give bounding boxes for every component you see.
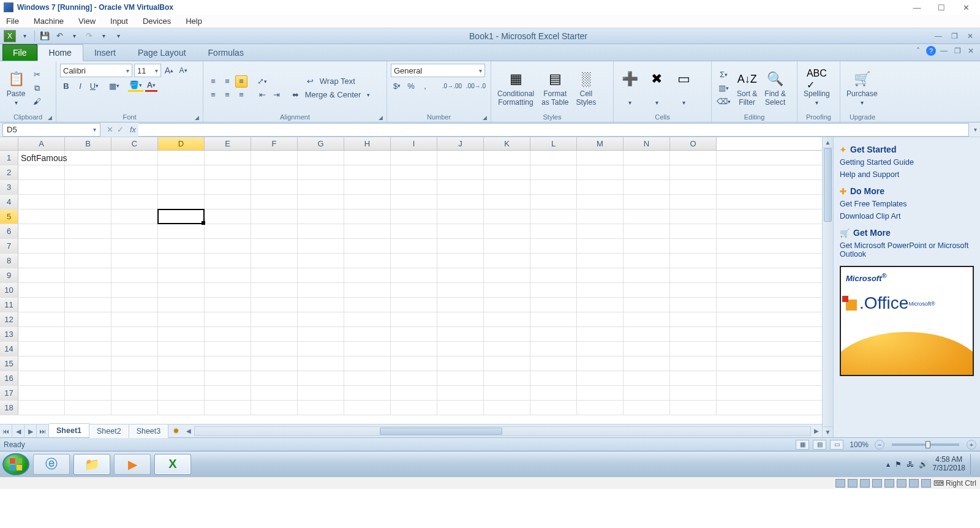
insert-cells-button[interactable]: ➕▾: [617, 68, 642, 107]
cell-N5[interactable]: [624, 209, 670, 224]
column-header-O[interactable]: O: [670, 137, 717, 150]
cell-N6[interactable]: [624, 224, 670, 238]
cell-D13[interactable]: [158, 327, 205, 341]
undo-icon[interactable]: ↶: [53, 30, 66, 42]
cell-M3[interactable]: [577, 180, 624, 194]
cell-J2[interactable]: [437, 165, 484, 179]
format-as-table-button[interactable]: ▤Format as Table: [539, 68, 571, 107]
cell-A7[interactable]: [18, 239, 65, 253]
autosum-icon[interactable]: Σ▾: [715, 69, 732, 81]
cell-I14[interactable]: [391, 342, 437, 356]
cell-G6[interactable]: [298, 224, 344, 238]
align-bottom-icon[interactable]: ≡: [235, 75, 247, 88]
column-header-K[interactable]: K: [484, 137, 530, 150]
cell-C6[interactable]: [111, 224, 158, 238]
doc-minimize-icon[interactable]: —: [938, 45, 949, 56]
align-center-icon[interactable]: ≡: [221, 89, 233, 101]
qat-customize-icon[interactable]: ▾: [112, 30, 124, 42]
cell-H18[interactable]: [344, 401, 391, 415]
doc-restore-icon[interactable]: ❐: [952, 45, 963, 56]
cell-G4[interactable]: [298, 195, 344, 209]
cell-J6[interactable]: [437, 224, 484, 238]
cell-A9[interactable]: [18, 268, 65, 282]
cell-M1[interactable]: [577, 151, 624, 165]
cell-C5[interactable]: [111, 209, 158, 224]
cell-H2[interactable]: [344, 165, 391, 179]
cell-C11[interactable]: [111, 298, 158, 312]
cell-O17[interactable]: [670, 386, 717, 400]
cell-F2[interactable]: [251, 165, 298, 179]
cell-G9[interactable]: [298, 268, 344, 282]
cell-L5[interactable]: [530, 209, 577, 224]
cell-L2[interactable]: [530, 165, 577, 179]
cell-H7[interactable]: [344, 239, 391, 253]
row-header-6[interactable]: 6: [0, 224, 18, 238]
paste-button[interactable]: 📋 Paste▾: [4, 68, 28, 107]
cell-D8[interactable]: [158, 254, 205, 268]
tab-file[interactable]: File: [2, 44, 37, 61]
cell-C13[interactable]: [111, 327, 158, 341]
cell-F9[interactable]: [251, 268, 298, 282]
cell-I13[interactable]: [391, 327, 437, 341]
cell-A14[interactable]: [18, 342, 65, 356]
increase-decimal-icon[interactable]: .0→.00: [441, 80, 463, 92]
cell-H10[interactable]: [344, 283, 391, 297]
cell-F16[interactable]: [251, 371, 298, 385]
cell-H9[interactable]: [344, 268, 391, 282]
conditional-formatting-button[interactable]: ▦Conditional Formatting: [495, 68, 537, 107]
row-header-11[interactable]: 11: [0, 298, 18, 312]
sort-filter-button[interactable]: A↓ZSort & Filter: [734, 68, 760, 107]
format-cells-button[interactable]: ▭▾: [671, 68, 696, 107]
fill-color-button[interactable]: 🪣▾: [128, 80, 143, 92]
cell-B1[interactable]: [65, 151, 111, 165]
horizontal-scrollbar[interactable]: [194, 426, 811, 436]
cell-B10[interactable]: [65, 283, 111, 297]
cell-H17[interactable]: [344, 386, 391, 400]
cell-J8[interactable]: [437, 254, 484, 268]
font-name-combo[interactable]: Calibri▾: [60, 64, 132, 77]
cell-A17[interactable]: [18, 386, 65, 400]
cell-O1[interactable]: [670, 151, 717, 165]
cell-I3[interactable]: [391, 180, 437, 194]
cell-L10[interactable]: [530, 283, 577, 297]
row-header-13[interactable]: 13: [0, 327, 18, 341]
cell-N2[interactable]: [624, 165, 670, 179]
cell-M7[interactable]: [577, 239, 624, 253]
vb-menu-input[interactable]: Input: [108, 15, 130, 27]
sheet-tab-1[interactable]: Sheet1: [49, 423, 89, 437]
italic-button[interactable]: I: [74, 80, 86, 92]
column-header-L[interactable]: L: [530, 137, 577, 150]
enter-formula-icon[interactable]: ✓: [117, 125, 124, 134]
cell-D3[interactable]: [158, 180, 205, 194]
cell-E4[interactable]: [205, 195, 251, 209]
cell-G8[interactable]: [298, 254, 344, 268]
cell-G3[interactable]: [298, 180, 344, 194]
cell-O2[interactable]: [670, 165, 717, 179]
copy-icon[interactable]: ⧉: [31, 82, 43, 94]
cell-G1[interactable]: [298, 151, 344, 165]
row-header-16[interactable]: 16: [0, 371, 18, 385]
cell-K15[interactable]: [484, 356, 530, 371]
cell-F10[interactable]: [251, 283, 298, 297]
format-painter-icon[interactable]: 🖌: [31, 96, 43, 108]
zoom-slider[interactable]: [892, 443, 959, 446]
tab-home[interactable]: Home: [37, 44, 83, 61]
tray-volume-icon[interactable]: 🔊: [919, 460, 928, 469]
cell-L13[interactable]: [530, 327, 577, 341]
cell-L3[interactable]: [530, 180, 577, 194]
cell-J11[interactable]: [437, 298, 484, 312]
cell-C10[interactable]: [111, 283, 158, 297]
cell-E15[interactable]: [205, 356, 251, 371]
cell-E18[interactable]: [205, 401, 251, 415]
row-header-3[interactable]: 3: [0, 180, 18, 194]
cell-F8[interactable]: [251, 254, 298, 268]
number-format-combo[interactable]: General▾: [391, 64, 485, 77]
cell-N18[interactable]: [624, 401, 670, 415]
cell-A15[interactable]: [18, 356, 65, 371]
cell-C3[interactable]: [111, 180, 158, 194]
formula-input[interactable]: [138, 123, 969, 137]
cell-I9[interactable]: [391, 268, 437, 282]
orientation-icon[interactable]: ⤢▾: [256, 75, 268, 88]
cell-N12[interactable]: [624, 312, 670, 326]
zoom-in-button[interactable]: +: [967, 440, 976, 450]
